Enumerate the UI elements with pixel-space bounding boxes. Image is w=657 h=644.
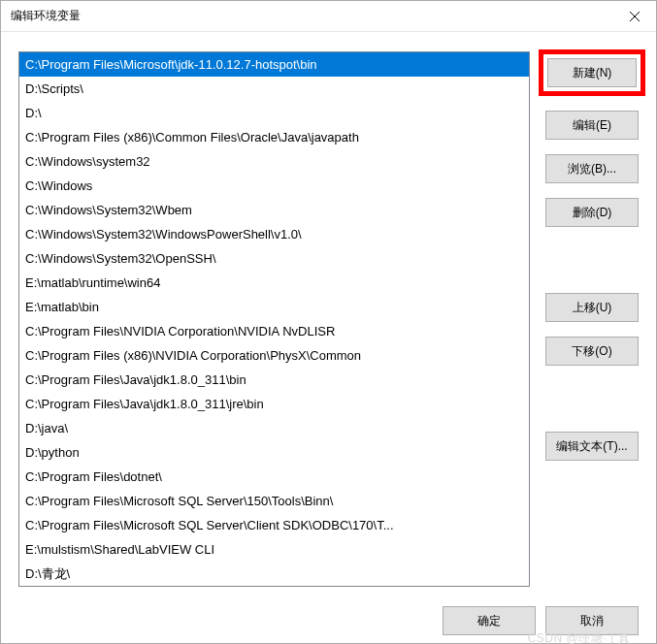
titlebar: 编辑环境变量 (1, 1, 656, 32)
move-down-button[interactable]: 下移(O) (545, 337, 639, 366)
window-title: 编辑环境变量 (11, 8, 81, 24)
edit-button[interactable]: 编辑(E) (545, 111, 639, 140)
bottom-bar: 确定 取消 CSDN @理塘·丁真 (18, 606, 639, 635)
new-button[interactable]: 新建(N) (547, 58, 637, 87)
list-item[interactable]: D:\Scripts\ (19, 77, 529, 101)
list-item[interactable]: C:\Program Files (x86)\NVIDIA Corporatio… (19, 343, 529, 368)
list-item[interactable]: C:\Windows\System32\Wbem (19, 198, 529, 222)
path-listbox-wrap: C:\Program Files\Microsoft\jdk-11.0.12.7… (18, 51, 530, 587)
list-item[interactable]: C:\Program Files\Java\jdk1.8.0_311\bin (19, 368, 529, 392)
list-item[interactable]: C:\Program Files\Java\jdk1.8.0_311\jre\b… (19, 392, 529, 416)
list-item[interactable]: C:\Program Files\NVIDIA Corporation\NVID… (19, 319, 529, 343)
list-item[interactable]: E:\matlab\bin (19, 295, 529, 319)
env-var-edit-window: 编辑环境变量 C:\Program Files\Microsoft\jdk-11… (0, 0, 657, 644)
list-item[interactable]: C:\Windows (19, 174, 529, 198)
list-item[interactable]: C:\Program Files\dotnet\ (19, 465, 529, 489)
list-item[interactable]: C:\Program Files (x86)\Common Files\Orac… (19, 125, 529, 149)
list-item[interactable]: E:\matlab\runtime\win64 (19, 271, 529, 295)
list-item[interactable]: C:\Windows\System32\OpenSSH\ (19, 246, 529, 271)
list-item[interactable]: D:\ (19, 101, 529, 125)
list-item[interactable]: C:\Program Files\Microsoft SQL Server\15… (19, 489, 529, 513)
highlight-box: 新建(N) (539, 49, 645, 96)
close-button[interactable] (612, 1, 656, 32)
list-item[interactable]: C:\Program Files\Microsoft SQL Server\Cl… (19, 513, 529, 537)
side-button-column: 新建(N) 编辑(E) 浏览(B)... 删除(D) 上移(U) 下移(O) 编… (545, 51, 639, 587)
close-icon (630, 12, 640, 21)
list-item[interactable]: D:\python (19, 440, 529, 465)
ok-button[interactable]: 确定 (443, 606, 536, 635)
move-up-button[interactable]: 上移(U) (545, 293, 639, 322)
path-listbox[interactable]: C:\Program Files\Microsoft\jdk-11.0.12.7… (19, 52, 529, 586)
main-row: C:\Program Files\Microsoft\jdk-11.0.12.7… (18, 51, 639, 587)
list-item[interactable]: C:\Windows\System32\WindowsPowerShell\v1… (19, 222, 529, 246)
delete-button[interactable]: 删除(D) (545, 198, 639, 227)
client-area: C:\Program Files\Microsoft\jdk-11.0.12.7… (1, 32, 656, 644)
watermark: CSDN @理塘·丁真 (528, 630, 631, 644)
list-item[interactable]: D:\java\ (19, 416, 529, 440)
list-item[interactable]: C:\Program Files\Microsoft\jdk-11.0.12.7… (19, 52, 529, 77)
edit-text-button[interactable]: 编辑文本(T)... (545, 432, 639, 461)
browse-button[interactable]: 浏览(B)... (545, 154, 639, 183)
list-item[interactable]: E:\mulstism\Shared\LabVIEW CLI (19, 537, 529, 562)
list-item[interactable]: C:\Windows\system32 (19, 149, 529, 174)
list-item[interactable]: D:\青龙\ (19, 562, 529, 586)
